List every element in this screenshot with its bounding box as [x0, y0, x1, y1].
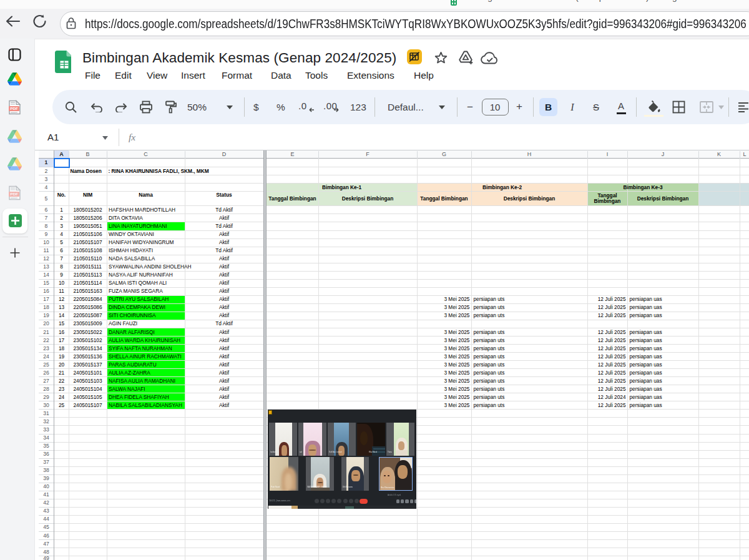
- svg-text:PDF: PDF: [10, 106, 18, 111]
- svg-text:PDF: PDF: [10, 192, 18, 196]
